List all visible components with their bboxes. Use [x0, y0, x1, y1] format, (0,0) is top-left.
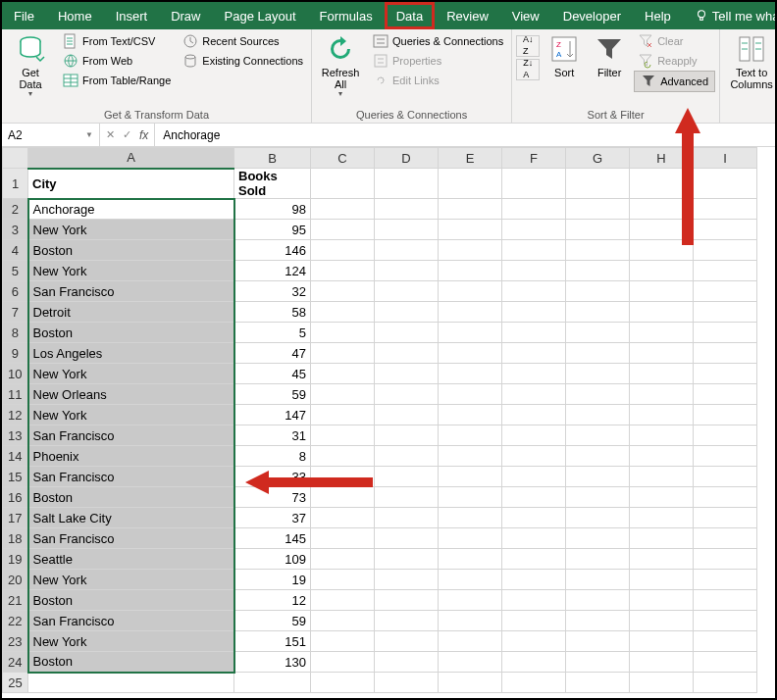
- tab-file[interactable]: File: [2, 2, 46, 29]
- cell[interactable]: [630, 508, 694, 528]
- cell[interactable]: [502, 240, 566, 261]
- row-header[interactable]: 3: [3, 220, 28, 240]
- cell[interactable]: [439, 673, 502, 693]
- cell[interactable]: [566, 487, 630, 508]
- cell[interactable]: [630, 199, 694, 220]
- cell[interactable]: [502, 528, 566, 549]
- cell[interactable]: 145: [234, 528, 311, 549]
- cell[interactable]: [439, 343, 502, 364]
- cell[interactable]: [502, 261, 566, 281]
- cell[interactable]: [439, 652, 502, 673]
- tab-page-layout[interactable]: Page Layout: [213, 2, 308, 29]
- cell[interactable]: [502, 384, 566, 405]
- cell[interactable]: Boston: [28, 590, 234, 611]
- cell[interactable]: [694, 302, 757, 323]
- cell[interactable]: [439, 302, 502, 323]
- cell[interactable]: [694, 425, 757, 446]
- refresh-all-button[interactable]: Refresh All ▾: [316, 31, 365, 99]
- cell[interactable]: [439, 425, 502, 446]
- cell[interactable]: [311, 302, 375, 323]
- cell[interactable]: [566, 261, 630, 281]
- tab-draw[interactable]: Draw: [159, 2, 212, 29]
- cell[interactable]: Books Sold: [234, 169, 311, 199]
- cell[interactable]: [311, 240, 375, 261]
- cell[interactable]: [630, 364, 694, 384]
- cell[interactable]: [311, 631, 375, 652]
- cell[interactable]: [566, 425, 630, 446]
- cell[interactable]: [694, 323, 757, 343]
- cell[interactable]: [694, 240, 757, 261]
- cell[interactable]: [694, 261, 757, 281]
- cell[interactable]: Boston: [28, 487, 234, 508]
- cell[interactable]: 98: [234, 199, 311, 220]
- advanced-filter-button[interactable]: Advanced: [634, 71, 715, 92]
- sort-asc-button[interactable]: A↓Z: [516, 35, 540, 57]
- tab-review[interactable]: Review: [435, 2, 500, 29]
- cell[interactable]: 47: [234, 343, 311, 364]
- cell[interactable]: [694, 652, 757, 673]
- cell[interactable]: New York: [28, 631, 234, 652]
- cell[interactable]: 8: [234, 446, 311, 467]
- cell[interactable]: [439, 364, 502, 384]
- cell[interactable]: New Orleans: [28, 384, 234, 405]
- cell[interactable]: [566, 631, 630, 652]
- cell[interactable]: [375, 487, 439, 508]
- row-header[interactable]: 16: [3, 487, 28, 508]
- cell[interactable]: Phoenix: [28, 446, 234, 467]
- cell[interactable]: 37: [234, 508, 311, 528]
- cell[interactable]: [694, 508, 757, 528]
- cell[interactable]: [375, 590, 439, 611]
- cell[interactable]: [694, 384, 757, 405]
- row-header[interactable]: 18: [3, 528, 28, 549]
- cell[interactable]: City: [28, 169, 234, 199]
- cell[interactable]: 124: [234, 261, 311, 281]
- cell[interactable]: [375, 220, 439, 240]
- cell[interactable]: [502, 549, 566, 570]
- cell[interactable]: [375, 570, 439, 590]
- cell[interactable]: [694, 549, 757, 570]
- cell[interactable]: New York: [28, 364, 234, 384]
- cell[interactable]: [630, 302, 694, 323]
- queries-connections-button[interactable]: Queries & Connections: [369, 31, 507, 51]
- cell[interactable]: [311, 323, 375, 343]
- cell[interactable]: [502, 343, 566, 364]
- cell[interactable]: [234, 673, 311, 693]
- cell[interactable]: [439, 487, 502, 508]
- cell[interactable]: [694, 220, 757, 240]
- cell[interactable]: [439, 549, 502, 570]
- cell[interactable]: [630, 220, 694, 240]
- cell[interactable]: [439, 169, 502, 199]
- cell[interactable]: [630, 446, 694, 467]
- from-text-csv-button[interactable]: From Text/CSV: [59, 31, 175, 51]
- cell[interactable]: [566, 405, 630, 425]
- name-box[interactable]: A2 ▼: [2, 124, 100, 146]
- cell[interactable]: [311, 570, 375, 590]
- cell[interactable]: [502, 590, 566, 611]
- tab-home[interactable]: Home: [46, 2, 104, 29]
- cell[interactable]: 73: [234, 487, 311, 508]
- cell[interactable]: New York: [28, 261, 234, 281]
- cell[interactable]: [566, 528, 630, 549]
- cell[interactable]: [694, 631, 757, 652]
- tab-developer[interactable]: Developer: [551, 2, 633, 29]
- cell[interactable]: [502, 405, 566, 425]
- cell[interactable]: [630, 528, 694, 549]
- cell[interactable]: [375, 425, 439, 446]
- cell[interactable]: [439, 611, 502, 631]
- cell[interactable]: [566, 570, 630, 590]
- sort-desc-button[interactable]: Z↓A: [516, 59, 540, 80]
- from-table-button[interactable]: From Table/Range: [59, 71, 175, 90]
- sort-button[interactable]: ZA Sort: [544, 31, 585, 78]
- cell[interactable]: [502, 652, 566, 673]
- cell[interactable]: San Francisco: [28, 425, 234, 446]
- cell[interactable]: [375, 384, 439, 405]
- cell[interactable]: [630, 467, 694, 487]
- cell[interactable]: [439, 240, 502, 261]
- cell[interactable]: [311, 446, 375, 467]
- cell[interactable]: 58: [234, 302, 311, 323]
- row-header[interactable]: 20: [3, 570, 28, 590]
- cell[interactable]: [311, 590, 375, 611]
- row-header[interactable]: 5: [3, 261, 28, 281]
- cell[interactable]: [375, 405, 439, 425]
- cell[interactable]: [694, 405, 757, 425]
